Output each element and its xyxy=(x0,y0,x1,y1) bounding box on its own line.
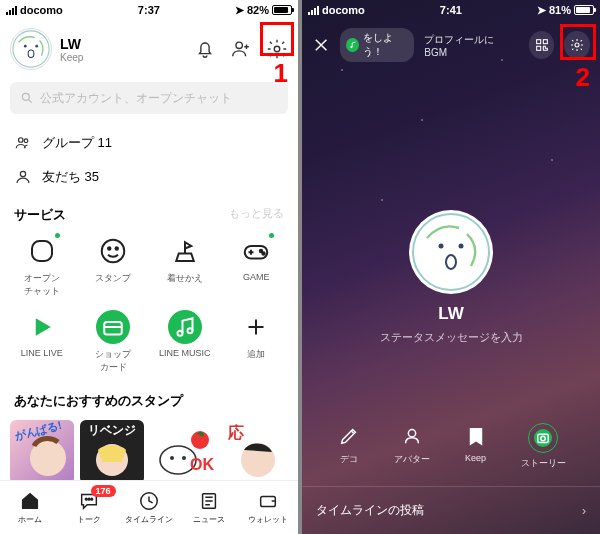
group-icon xyxy=(14,134,32,152)
bell-icon[interactable] xyxy=(194,38,216,60)
svg-point-41 xyxy=(575,43,579,47)
person-icon xyxy=(14,168,32,186)
svg-point-49 xyxy=(541,436,546,441)
tab-talk[interactable]: 176トーク xyxy=(60,481,120,534)
service-linemusic[interactable]: LINE MUSIC xyxy=(149,310,221,374)
svg-point-32 xyxy=(88,498,90,500)
service-add[interactable]: 追加 xyxy=(221,310,293,374)
badge: 176 xyxy=(91,485,116,497)
svg-point-5 xyxy=(274,46,280,52)
tab-timeline[interactable]: タイムライン xyxy=(119,481,179,534)
svg-point-11 xyxy=(102,240,125,263)
svg-point-8 xyxy=(24,139,28,143)
recommend-title: あなたにおすすめのスタンプ xyxy=(0,380,298,414)
svg-point-47 xyxy=(409,430,416,437)
service-linelive[interactable]: LINE LIVE xyxy=(6,310,78,374)
profile-screen: docomo 7:41 ➤ 81% をしよう！ プロフィールにBGM xyxy=(302,0,600,534)
tab-bar: ホーム 176トーク タイムライン ニュース ウォレット xyxy=(0,480,298,534)
svg-rect-39 xyxy=(543,40,547,44)
carrier: docomo xyxy=(20,4,63,16)
tab-home[interactable]: ホーム xyxy=(0,481,60,534)
search-input[interactable]: 公式アカウント、オープンチャット xyxy=(10,82,288,114)
status-bar: docomo 7:41 ➤ 81% xyxy=(302,0,600,20)
battery-pct: 82% xyxy=(247,4,269,16)
svg-point-45 xyxy=(459,244,464,249)
home-screen: docomo 7:37 ➤ 82% LW Keep 1 xyxy=(0,0,298,534)
carrier: docomo xyxy=(322,4,365,16)
svg-point-37 xyxy=(350,46,352,48)
callout-1: 1 xyxy=(274,58,288,89)
battery-pct: 81% xyxy=(549,4,571,16)
service-shopcard[interactable]: ショップ カード xyxy=(78,310,150,374)
svg-point-31 xyxy=(86,498,88,500)
qr-icon[interactable] xyxy=(529,31,555,59)
add-friend-icon[interactable] xyxy=(230,38,252,60)
tab-wallet[interactable]: ウォレット xyxy=(238,481,298,534)
callout-2: 2 xyxy=(576,62,590,93)
profile-header: LW Keep xyxy=(0,20,298,78)
svg-point-42 xyxy=(411,212,491,292)
service-theme[interactable]: 着せかえ xyxy=(149,234,221,298)
services-title: サービス もっと見る xyxy=(0,194,298,228)
signal-icon xyxy=(308,6,319,15)
svg-text:応: 応 xyxy=(227,423,244,441)
svg-point-4 xyxy=(236,42,242,48)
signal-icon xyxy=(6,6,17,15)
action-deco[interactable]: デコ xyxy=(336,423,362,470)
avatar[interactable] xyxy=(10,28,52,70)
svg-text:OK: OK xyxy=(190,456,214,473)
gear-icon[interactable] xyxy=(564,31,590,59)
action-avatar[interactable]: アバター xyxy=(394,423,430,470)
svg-point-25 xyxy=(170,456,174,460)
battery-icon xyxy=(574,5,594,15)
see-more-link[interactable]: もっと見る xyxy=(229,206,284,221)
search-icon xyxy=(20,91,34,105)
gear-icon[interactable] xyxy=(266,38,288,60)
bgm-pill[interactable]: をしよう！ xyxy=(340,28,414,62)
friends-row[interactable]: 友だち 35 xyxy=(0,160,298,194)
svg-point-33 xyxy=(91,498,93,500)
svg-text:リベンジ: リベンジ xyxy=(88,423,136,437)
music-icon xyxy=(346,38,359,52)
bgm-text[interactable]: プロフィールにBGM xyxy=(424,33,509,58)
tab-news[interactable]: ニュース xyxy=(179,481,239,534)
svg-rect-17 xyxy=(105,322,123,335)
svg-point-18 xyxy=(177,331,182,336)
close-icon[interactable] xyxy=(312,35,330,55)
chevron-right-icon: › xyxy=(582,504,586,518)
svg-point-12 xyxy=(108,247,111,250)
svg-rect-10 xyxy=(32,241,52,261)
svg-point-2 xyxy=(35,45,38,48)
svg-point-26 xyxy=(182,456,186,460)
svg-rect-38 xyxy=(536,40,540,44)
location-icon: ➤ xyxy=(235,4,244,17)
svg-point-9 xyxy=(20,171,25,176)
svg-point-15 xyxy=(260,250,263,253)
keep-link[interactable]: Keep xyxy=(60,52,83,63)
battery-icon xyxy=(272,5,292,15)
location-icon: ➤ xyxy=(537,4,546,17)
action-keep[interactable]: Keep xyxy=(463,423,489,470)
svg-point-7 xyxy=(19,138,24,143)
svg-point-19 xyxy=(187,328,192,333)
clock: 7:41 xyxy=(440,4,462,16)
groups-row[interactable]: グループ 11 xyxy=(0,126,298,160)
user-name: LW xyxy=(60,36,83,52)
status-message[interactable]: ステータスメッセージを入力 xyxy=(302,330,600,345)
service-openchat[interactable]: オープン チャット xyxy=(6,234,78,298)
action-story[interactable]: ストーリー xyxy=(521,423,566,470)
svg-point-6 xyxy=(22,93,29,100)
service-stamp[interactable]: スタンプ xyxy=(78,234,150,298)
svg-point-16 xyxy=(263,252,266,255)
profile-top-bar: をしよう！ プロフィールにBGM xyxy=(302,20,600,70)
user-name: LW xyxy=(302,304,600,324)
svg-point-13 xyxy=(116,247,119,250)
status-bar: docomo 7:37 ➤ 82% xyxy=(0,0,298,20)
avatar[interactable] xyxy=(409,210,493,294)
svg-point-44 xyxy=(439,244,444,249)
timeline-posts[interactable]: タイムラインの投稿 › xyxy=(302,486,600,534)
svg-rect-40 xyxy=(536,46,540,50)
service-game[interactable]: GAME xyxy=(221,234,293,298)
clock: 7:37 xyxy=(138,4,160,16)
svg-point-1 xyxy=(24,45,27,48)
